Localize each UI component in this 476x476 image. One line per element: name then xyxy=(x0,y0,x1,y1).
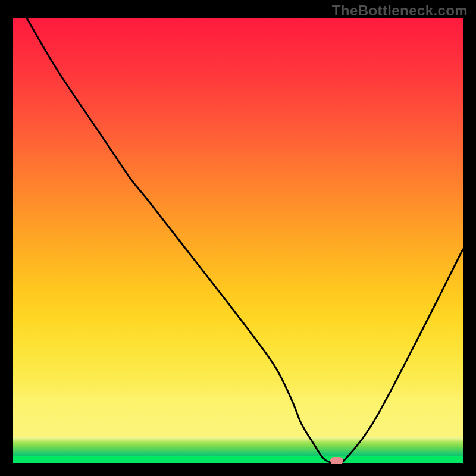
chart-frame: TheBottleneck.com xyxy=(0,0,476,476)
optimum-marker xyxy=(330,457,343,464)
bottleneck-curve xyxy=(13,18,463,463)
watermark-text: TheBottleneck.com xyxy=(332,2,468,19)
plot-area xyxy=(13,18,463,463)
